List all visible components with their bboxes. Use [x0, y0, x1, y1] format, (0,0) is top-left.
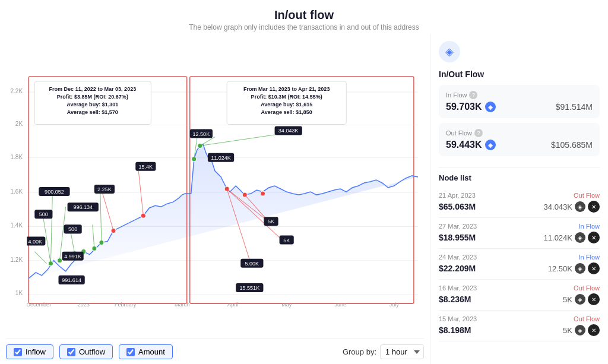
app-container: In/out flow The below graph only include… [0, 0, 608, 364]
node-date: 15 Mar, 2023 [439, 315, 477, 322]
node-token-amount: 34.043K [544, 202, 572, 211]
svg-text:2.2K: 2.2K [10, 88, 23, 94]
node-token-badge: ◈ [575, 201, 585, 212]
page-subtitle: The below graph only includes the transa… [0, 23, 608, 31]
node-date: 24 Mar, 2023 [439, 254, 477, 261]
node-token: 5K ◈ ✕ [563, 324, 600, 336]
svg-text:July: July [390, 302, 400, 308]
svg-text:991.614: 991.614 [62, 277, 81, 283]
svg-text:500: 500 [68, 226, 77, 232]
node-usd-amount: $65.063M [439, 202, 476, 211]
out-flow-card: Out Flow ? 59.443K ◈ $105.685M [439, 123, 600, 156]
outflow-checkbox[interactable] [67, 348, 75, 356]
node-item-top: 21 Apr, 2023 Out Flow [439, 192, 600, 199]
svg-text:May: May [281, 302, 292, 308]
node-list-title: Node list [439, 173, 600, 182]
node-flow-type: Out Flow [574, 284, 600, 292]
node-date: 21 Apr, 2023 [439, 192, 476, 199]
node-token-badge: ◈ [575, 263, 585, 274]
in-flow-values: 59.703K ◈ $91.514M [446, 102, 593, 112]
amount-label: Amount [138, 347, 165, 356]
node-token-amount: 5K [563, 326, 572, 335]
node-token: 11.024K ◈ ✕ [544, 232, 600, 243]
svg-text:1.4K: 1.4K [10, 222, 23, 229]
svg-line-44 [100, 194, 102, 242]
node-item-top: 16 Mar, 2023 Out Flow [439, 284, 600, 292]
svg-text:From Mar 11, 2023 to Apr 21, 2: From Mar 11, 2023 to Apr 21, 2023 [243, 86, 330, 92]
in-flow-usd: $91.514M [556, 102, 593, 112]
svg-text:2023: 2023 [78, 302, 90, 308]
svg-rect-75 [83, 306, 100, 315]
node-item-bottom: $18.955M 11.024K ◈ ✕ [439, 232, 600, 243]
group-by-control: Group by: 1 hour 4 hours 1 day 1 week [343, 344, 424, 359]
node-token: 5K ◈ ✕ [563, 293, 600, 305]
svg-text:1.2K: 1.2K [10, 257, 23, 263]
node-item-bottom: $8.236M 5K ◈ ✕ [439, 293, 600, 305]
svg-text:900.052: 900.052 [45, 189, 64, 195]
inflow-label: Inflow [26, 347, 46, 356]
node-action-icon[interactable]: ✕ [588, 293, 600, 305]
node-item-top: 27 Mar, 2023 In Flow [439, 223, 600, 230]
svg-text:1.8K: 1.8K [10, 154, 23, 160]
in-flow-info-icon[interactable]: ? [469, 91, 477, 99]
outflow-legend[interactable]: Outflow [59, 344, 113, 359]
svg-text:5K: 5K [268, 219, 274, 224]
node-flow-type: Out Flow [574, 315, 600, 322]
in-flow-card: In Flow ? 59.703K ◈ $91.514M [439, 85, 600, 118]
svg-text:2K: 2K [15, 121, 23, 127]
svg-text:2.25K: 2.25K [97, 186, 112, 192]
in-flow-token: 59.703K ◈ [446, 102, 496, 112]
inflow-legend[interactable]: Inflow [6, 344, 53, 359]
svg-point-51 [260, 191, 265, 196]
svg-text:11.024K: 11.024K [211, 155, 231, 161]
svg-line-46 [138, 171, 143, 216]
node-item-top: 15 Mar, 2023 Out Flow [439, 315, 600, 322]
svg-text:5K: 5K [283, 238, 290, 243]
svg-text:12.50K: 12.50K [193, 131, 210, 137]
out-flow-info-icon[interactable]: ? [474, 129, 483, 137]
in-flow-token-badge: ◈ [485, 102, 496, 112]
node-item: 27 Mar, 2023 In Flow $18.955M 11.024K ◈ … [439, 218, 600, 249]
group-by-select[interactable]: 1 hour 4 hours 1 day 1 week [380, 344, 424, 359]
out-flow-values: 59.443K ◈ $105.685M [446, 140, 593, 150]
node-token-badge: ◈ [575, 232, 585, 243]
chart-wrapper: 2.2K 2K 1.8K 1.6K 1.4K 1.2K 1K [6, 34, 424, 338]
chart-section: 2.2K 2K 1.8K 1.6K 1.4K 1.2K 1K [0, 34, 430, 364]
node-date: 16 Mar, 2023 [439, 284, 477, 292]
node-item-bottom: $8.198M 5K ◈ ✕ [439, 324, 600, 336]
svg-line-43 [93, 224, 94, 248]
svg-line-38 [34, 252, 46, 264]
main-content: 2.2K 2K 1.8K 1.6K 1.4K 1.2K 1K [0, 34, 608, 364]
node-flow-type: In Flow [579, 254, 600, 261]
amount-checkbox[interactable] [126, 348, 135, 356]
svg-line-45 [103, 194, 113, 230]
svg-text:February: February [115, 302, 137, 308]
svg-text:March: March [175, 302, 189, 308]
node-item: 16 Mar, 2023 Out Flow $8.236M 5K ◈ ✕ [439, 280, 600, 311]
amount-legend[interactable]: Amount [119, 344, 173, 359]
node-token: 34.043K ◈ ✕ [544, 201, 600, 213]
node-action-icon[interactable]: ✕ [588, 324, 600, 336]
node-action-icon[interactable]: ✕ [588, 262, 600, 274]
node-token-amount: 11.024K [544, 233, 572, 242]
inflow-checkbox[interactable] [14, 348, 22, 356]
svg-text:Average buy: $1,301: Average buy: $1,301 [66, 102, 118, 107]
right-panel: ◈ In/Out Flow In Flow ? 59.703K ◈ $91.51… [430, 34, 608, 364]
in-out-flow-title: In/Out Flow [439, 69, 600, 79]
svg-text:500: 500 [87, 308, 96, 314]
svg-text:April: April [227, 302, 238, 308]
out-flow-token-badge: ◈ [485, 140, 496, 150]
out-flow-usd: $105.685M [551, 140, 593, 150]
svg-text:5.00K: 5.00K [245, 261, 259, 267]
node-flow-type: Out Flow [574, 192, 600, 199]
node-token-amount: 5K [563, 295, 572, 304]
svg-line-36 [50, 192, 52, 264]
node-action-icon[interactable]: ✕ [588, 232, 600, 243]
svg-text:Profit: $10.3M (ROI: 14.55%): Profit: $10.3M (ROI: 14.55%) [251, 94, 322, 100]
svg-text:Average buy: $1,615: Average buy: $1,615 [261, 102, 312, 107]
node-item: 24 Mar, 2023 In Flow $22.209M 12.50K ◈ ✕ [439, 249, 600, 280]
node-usd-amount: $8.198M [439, 325, 471, 335]
svg-text:4.00K: 4.00K [28, 239, 42, 245]
node-action-icon[interactable]: ✕ [588, 201, 600, 213]
in-flow-label: In Flow ? [446, 91, 593, 99]
